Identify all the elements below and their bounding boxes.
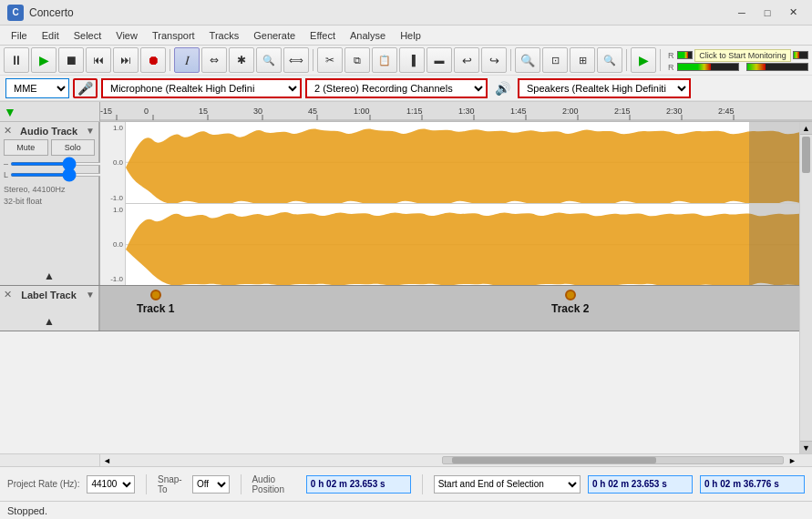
track-close-icon[interactable]: ✕	[4, 125, 12, 137]
svg-text:1:30: 1:30	[458, 107, 475, 116]
zoom-fit[interactable]: ⊡	[542, 47, 568, 73]
pause-button[interactable]: ⏸	[4, 47, 29, 73]
tool-zoom[interactable]: 🔍	[256, 47, 282, 73]
trim-button[interactable]: ▐	[399, 47, 425, 73]
menu-effect[interactable]: Effect	[303, 28, 343, 43]
tracks-viewport: ✕ Audio Track ▼ Mute Solo – +	[0, 122, 812, 453]
tool-select[interactable]: ⇔	[201, 47, 227, 73]
menu-analyse[interactable]: Analyse	[343, 28, 393, 43]
svg-text:15: 15	[199, 107, 208, 116]
track-dropdown-icon[interactable]: ▼	[86, 126, 95, 136]
selection-mode-select[interactable]: Start and End of Selection	[434, 475, 581, 494]
app-window: C Concerto ─ □ ✕ File Edit Select View T…	[0, 0, 812, 519]
tool-timeshift[interactable]: ⟺	[283, 47, 309, 73]
track-expand-icon[interactable]: ▲	[44, 270, 55, 282]
sep-2	[313, 49, 313, 71]
menu-select[interactable]: Select	[67, 28, 109, 43]
copy-button[interactable]: ⧉	[344, 47, 370, 73]
menu-tracks[interactable]: Tracks	[202, 28, 247, 43]
cut-button[interactable]: ✂	[317, 47, 343, 73]
main-content: ▼ -15 0 15 30 45 1:00	[0, 102, 812, 519]
output-device-select[interactable]: Speakers (Realtek High Definiti	[518, 78, 691, 98]
label-track-content[interactable]: Track 1 Track 2	[100, 286, 799, 331]
selection-overlay-bottom	[749, 204, 799, 286]
scroll-up-button[interactable]: ▲	[800, 122, 812, 135]
svg-text:2:00: 2:00	[562, 107, 579, 116]
record-button[interactable]: ⏺	[140, 47, 166, 73]
sel-start-input[interactable]	[588, 475, 693, 494]
minimize-button[interactable]: ─	[730, 4, 754, 22]
channel-select[interactable]: 2 (Stereo) Recording Channels	[305, 78, 488, 98]
device-row: MME 🎤 Microphone (Realtek High Defini 2 …	[0, 76, 812, 101]
label-text-2: Track 2	[551, 302, 589, 315]
close-button[interactable]: ✕	[781, 4, 805, 22]
hscroll-left-button[interactable]: ◄	[100, 454, 440, 467]
db-scale-bottom: 1.0 0.0 -1.0	[100, 204, 126, 286]
timeline-left-panel: ▼	[0, 102, 100, 121]
waveform-top	[126, 122, 799, 204]
snap-to-select[interactable]: Off	[192, 475, 230, 494]
title-bar-text: Concerto	[29, 6, 730, 19]
selection-overlay-top	[749, 122, 799, 203]
menu-view[interactable]: View	[108, 28, 145, 43]
label-track-header: ✕ Label Track ▼	[4, 289, 95, 300]
app-icon: C	[7, 5, 24, 21]
scroll-down-button[interactable]: ▼	[800, 441, 812, 453]
zoom-in[interactable]: 🔍	[515, 47, 540, 73]
waveform-container[interactable]: 1.0 0.0 -1.0	[100, 122, 799, 285]
label-expand-icon[interactable]: ▲	[44, 315, 55, 328]
sel-end-input[interactable]	[700, 475, 805, 494]
solo-button[interactable]: Solo	[51, 139, 96, 156]
sep-5	[660, 49, 661, 71]
hscroll-thumb[interactable]	[452, 457, 656, 463]
stop-button[interactable]: ⏹	[58, 47, 84, 73]
monitoring-button[interactable]: Click to Start Monitoring	[694, 49, 791, 62]
paste-button[interactable]: 📋	[372, 47, 397, 73]
host-select[interactable]: MME	[5, 78, 69, 98]
level-meters-area: R Click to Start Monitoring R	[668, 49, 808, 72]
menu-help[interactable]: Help	[393, 28, 428, 43]
menu-edit[interactable]: Edit	[35, 28, 67, 43]
sep-status-2	[241, 474, 242, 494]
svg-text:1:45: 1:45	[510, 107, 527, 116]
track-controls: ✕ Audio Track ▼ Mute Solo – +	[0, 122, 100, 285]
project-rate-select[interactable]: 44100	[87, 475, 135, 494]
horizontal-scrollbar: ◄ ►	[0, 453, 812, 466]
zoom-sel[interactable]: ⊞	[570, 47, 595, 73]
play-button[interactable]: ▶	[31, 47, 57, 73]
waveform-svg-bottom	[126, 204, 799, 286]
mute-button[interactable]: Mute	[4, 139, 48, 156]
audio-position-input[interactable]	[306, 475, 411, 494]
channel-top: 1.0 0.0 -1.0	[100, 122, 799, 204]
track-header: ✕ Audio Track ▼	[4, 125, 95, 137]
hscroll-track[interactable]	[442, 456, 784, 464]
next-button[interactable]: ⏭	[113, 47, 139, 73]
prev-button[interactable]: ⏮	[86, 47, 111, 73]
zoom-out[interactable]: 🔍	[597, 47, 622, 73]
menu-generate[interactable]: Generate	[246, 28, 303, 43]
hscroll-right-button[interactable]: ►	[786, 454, 799, 467]
play-green[interactable]: ▶	[631, 47, 656, 73]
toolbars: ⏸ ▶ ⏹ ⏮ ⏭ ⏺ 𝐼 ⇔ ✱ 🔍 ⟺ ✂ ⧉ 📋 ▐ ▬ ↩ ↪ 🔍	[0, 46, 812, 102]
timeline-ticks-area[interactable]: -15 0 15 30 45 1:00 1:15 1:30 1:	[100, 102, 812, 121]
sep-status-1	[146, 474, 147, 494]
silence-button[interactable]: ▬	[427, 47, 452, 73]
level-meter-right2	[793, 51, 808, 59]
status-text: Stopped.	[7, 505, 47, 516]
sep-status-3	[422, 474, 423, 494]
mute-solo-buttons: Mute Solo	[4, 139, 95, 156]
scroll-thumb[interactable]	[802, 137, 810, 173]
menu-file[interactable]: File	[4, 28, 35, 43]
redo-button[interactable]: ↪	[481, 47, 507, 73]
svg-text:0: 0	[144, 107, 149, 116]
label-track-expand: ▲	[4, 315, 95, 328]
maximize-button[interactable]: □	[755, 4, 779, 22]
label-track-dropdown-icon[interactable]: ▼	[86, 290, 95, 300]
tool-draw[interactable]: ✱	[229, 47, 254, 73]
tool-ibeam[interactable]: 𝐼	[174, 47, 200, 73]
input-device-select[interactable]: Microphone (Realtek High Defini	[101, 78, 302, 98]
undo-button[interactable]: ↩	[454, 47, 479, 73]
label-track-close-icon[interactable]: ✕	[4, 289, 12, 300]
menu-transport[interactable]: Transport	[145, 28, 202, 43]
title-bar-buttons: ─ □ ✕	[730, 4, 805, 22]
